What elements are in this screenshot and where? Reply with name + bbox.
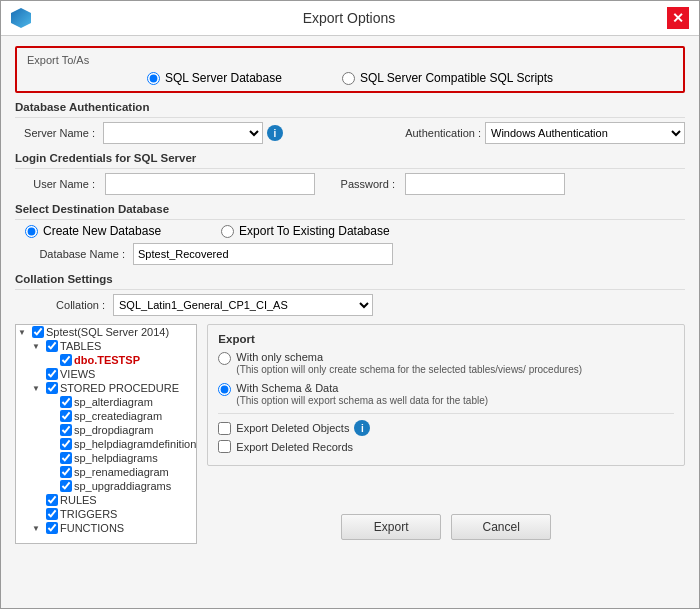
- server-auth-row: Server Name : i Authentication : Windows…: [15, 122, 685, 144]
- username-label: User Name :: [15, 178, 95, 190]
- server-info-icon[interactable]: i: [267, 125, 283, 141]
- tree-item: RULES: [16, 493, 196, 507]
- tree-expand-icon[interactable]: ▼: [32, 342, 42, 351]
- server-name-select[interactable]: [103, 122, 263, 144]
- export-deleted-records-checkbox[interactable]: [218, 440, 231, 453]
- tree-expand-icon[interactable]: ▼: [32, 384, 42, 393]
- schema-only-desc: (This option will only create schema for…: [236, 363, 582, 376]
- tree-panel[interactable]: ▼Sptest(SQL Server 2014)▼TABLESdbo.TESTS…: [15, 324, 197, 544]
- tree-item-label: TRIGGERS: [60, 508, 117, 520]
- server-name-container: i: [103, 122, 363, 144]
- password-input[interactable]: [405, 173, 565, 195]
- sql-server-database-label: SQL Server Database: [165, 71, 282, 85]
- tree-item-checkbox[interactable]: [46, 494, 58, 506]
- tree-item-checkbox[interactable]: [46, 522, 58, 534]
- collation-title: Collation Settings: [15, 273, 685, 285]
- export-deleted-records-row: Export Deleted Records: [218, 440, 674, 453]
- server-name-label: Server Name :: [15, 127, 95, 139]
- export-existing-option[interactable]: Export To Existing Database: [221, 224, 390, 238]
- username-input[interactable]: [105, 173, 315, 195]
- tree-item-label: STORED PROCEDURE: [60, 382, 179, 394]
- tree-item-checkbox[interactable]: [60, 410, 72, 422]
- schema-data-radio[interactable]: [218, 383, 231, 396]
- tree-item-label: sp_dropdiagram: [74, 424, 154, 436]
- destination-radio-row: Create New Database Export To Existing D…: [15, 224, 685, 238]
- schema-only-radio[interactable]: [218, 352, 231, 365]
- create-new-db-radio[interactable]: [25, 225, 38, 238]
- tree-item-label: dbo.TESTSP: [74, 354, 140, 366]
- credentials-row: User Name : Password :: [15, 173, 685, 195]
- sql-scripts-radio[interactable]: [342, 72, 355, 85]
- sql-server-database-radio[interactable]: [147, 72, 160, 85]
- app-icon: [11, 8, 31, 28]
- deleted-objects-info-icon[interactable]: i: [354, 420, 370, 436]
- right-panel: Export With only schema (This option wil…: [207, 324, 685, 544]
- tree-item: VIEWS: [16, 367, 196, 381]
- tree-item: ▼STORED PROCEDURE: [16, 381, 196, 395]
- tree-expand-icon[interactable]: ▼: [18, 328, 28, 337]
- db-name-row: Database Name :: [15, 243, 685, 265]
- tree-item: sp_helpdiagrams: [16, 451, 196, 465]
- schema-data-option[interactable]: With Schema & Data (This option will exp…: [218, 382, 674, 407]
- export-to-as-label: Export To/As: [27, 54, 673, 66]
- tree-item: sp_dropdiagram: [16, 423, 196, 437]
- sql-server-database-option[interactable]: SQL Server Database: [147, 71, 282, 85]
- create-new-db-option[interactable]: Create New Database: [25, 224, 161, 238]
- auth-label: Authentication :: [391, 127, 481, 139]
- db-authentication-section: Database Authentication Server Name : i …: [15, 101, 685, 144]
- bottom-area: ▼Sptest(SQL Server 2014)▼TABLESdbo.TESTS…: [15, 324, 685, 544]
- export-existing-radio[interactable]: [221, 225, 234, 238]
- tree-item-checkbox[interactable]: [60, 438, 72, 450]
- schema-only-label: With only schema: [236, 351, 582, 363]
- sql-scripts-label: SQL Server Compatible SQL Scripts: [360, 71, 553, 85]
- export-existing-label: Export To Existing Database: [239, 224, 390, 238]
- close-button[interactable]: ✕: [667, 7, 689, 29]
- destination-title: Select Destination Database: [15, 203, 685, 215]
- create-new-db-label: Create New Database: [43, 224, 161, 238]
- tree-item-label: VIEWS: [60, 368, 95, 380]
- collation-settings-section: Collation Settings Collation : SQL_Latin…: [15, 273, 685, 316]
- tree-expand-icon[interactable]: ▼: [32, 524, 42, 533]
- title-bar: Export Options ✕: [1, 1, 699, 36]
- sql-scripts-option[interactable]: SQL Server Compatible SQL Scripts: [342, 71, 553, 85]
- tree-item-checkbox[interactable]: [60, 466, 72, 478]
- cancel-button[interactable]: Cancel: [451, 514, 551, 540]
- collation-row: Collation : SQL_Latin1_General_CP1_CI_AS: [15, 294, 685, 316]
- login-credentials-title: Login Credentials for SQL Server: [15, 152, 685, 164]
- tree-item-checkbox[interactable]: [60, 480, 72, 492]
- tree-item-checkbox[interactable]: [32, 326, 44, 338]
- db-name-input[interactable]: [133, 243, 393, 265]
- tree-item-checkbox[interactable]: [60, 354, 72, 366]
- dialog-content: Export To/As SQL Server Database SQL Ser…: [1, 36, 699, 608]
- tree-item-checkbox[interactable]: [46, 508, 58, 520]
- tree-item-label: Sptest(SQL Server 2014): [46, 326, 169, 338]
- export-options-dialog: Export Options ✕ Export To/As SQL Server…: [0, 0, 700, 609]
- tree-item: sp_helpdiagramdefinition: [16, 437, 196, 451]
- tree-item-checkbox[interactable]: [46, 368, 58, 380]
- tree-item-label: sp_helpdiagrams: [74, 452, 158, 464]
- tree-item-label: FUNCTIONS: [60, 522, 124, 534]
- export-deleted-objects-checkbox[interactable]: [218, 422, 231, 435]
- tree-item-checkbox[interactable]: [60, 424, 72, 436]
- tree-item-label: sp_upgraddiagrams: [74, 480, 171, 492]
- tree-item-checkbox[interactable]: [60, 396, 72, 408]
- password-label: Password :: [325, 178, 395, 190]
- tree-item-label: RULES: [60, 494, 97, 506]
- export-deleted-objects-label: Export Deleted Objects: [236, 422, 349, 434]
- tree-item: dbo.TESTSP: [16, 353, 196, 367]
- schema-only-text: With only schema (This option will only …: [236, 351, 582, 376]
- schema-data-desc: (This option will export schema as well …: [236, 394, 488, 407]
- export-to-as-radio-row: SQL Server Database SQL Server Compatibl…: [27, 71, 673, 85]
- export-button[interactable]: Export: [341, 514, 441, 540]
- tree-item-checkbox[interactable]: [46, 382, 58, 394]
- collation-label: Collation :: [25, 299, 105, 311]
- destination-database-section: Select Destination Database Create New D…: [15, 203, 685, 265]
- tree-item-checkbox[interactable]: [46, 340, 58, 352]
- tree-item: sp_creatediagram: [16, 409, 196, 423]
- schema-only-option[interactable]: With only schema (This option will only …: [218, 351, 674, 376]
- tree-item-checkbox[interactable]: [60, 452, 72, 464]
- tree-item: sp_renamediagram: [16, 465, 196, 479]
- auth-select[interactable]: Windows Authentication SQL Server Authen…: [485, 122, 685, 144]
- collation-select[interactable]: SQL_Latin1_General_CP1_CI_AS: [113, 294, 373, 316]
- export-title: Export: [218, 333, 674, 345]
